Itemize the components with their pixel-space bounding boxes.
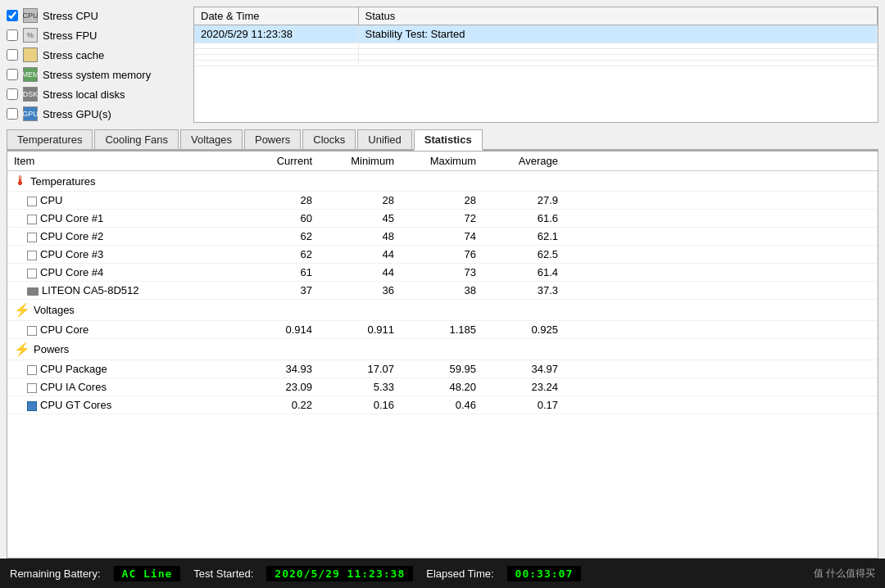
row-extra bbox=[565, 321, 878, 339]
stress-checkbox-gpu[interactable] bbox=[7, 108, 18, 120]
stress-icon-disk: DSK bbox=[23, 87, 38, 102]
row-maximum: 74 bbox=[401, 228, 483, 246]
stress-item-disk: DSKStress local disks bbox=[7, 85, 187, 103]
log-col-status: Status bbox=[358, 7, 878, 25]
section-header-cell: ⚡ Powers bbox=[7, 339, 878, 360]
stress-icon-cpu: CPU bbox=[23, 8, 38, 23]
tab-temperatures[interactable]: Temperatures bbox=[7, 129, 93, 149]
row-maximum: 59.95 bbox=[401, 360, 483, 378]
log-col-datetime: Date & Time bbox=[194, 7, 358, 25]
row-item: CPU GT Cores bbox=[7, 396, 237, 414]
log-table: Date & Time Status 2020/5/29 11:23:38Sta… bbox=[193, 7, 878, 123]
table-row: 🌡 Temperatures bbox=[7, 171, 878, 192]
row-current: 62 bbox=[237, 228, 319, 246]
table-row: ⚡ Powers bbox=[7, 339, 878, 360]
row-average: 34.97 bbox=[483, 360, 565, 378]
row-current: 0.914 bbox=[237, 321, 319, 339]
data-table-scroll[interactable]: Item Current Minimum Maximum Average 🌡 T… bbox=[7, 152, 878, 558]
battery-label: Remaining Battery: bbox=[10, 568, 101, 580]
tab-cooling-fans[interactable]: Cooling Fans bbox=[94, 129, 179, 149]
stress-item-fpu: %Stress FPU bbox=[7, 26, 187, 44]
row-minimum: 17.07 bbox=[319, 360, 401, 378]
row-item: CPU Package bbox=[7, 360, 237, 378]
row-average: 23.24 bbox=[483, 378, 565, 396]
battery-value: AC Line bbox=[114, 566, 181, 581]
row-average: 62.5 bbox=[483, 246, 565, 264]
stress-item-memory: MEMStress system memory bbox=[7, 66, 187, 84]
stress-label-cache: Stress cache bbox=[43, 49, 104, 61]
main-container: CPUStress CPU%Stress FPUStress cacheMEMS… bbox=[0, 0, 885, 588]
log-row: 2020/5/29 11:23:38Stability Test: Starte… bbox=[194, 25, 878, 43]
row-extra bbox=[565, 360, 878, 378]
table-row: CPU28282827.9 bbox=[7, 192, 878, 210]
log-status bbox=[358, 55, 878, 61]
row-item: CPU bbox=[7, 192, 237, 210]
stress-checkbox-cache[interactable] bbox=[7, 49, 18, 61]
row-extra bbox=[565, 192, 878, 210]
table-row: CPU Core #160457261.6 bbox=[7, 210, 878, 228]
table-row: CPU Core #461447361.4 bbox=[7, 264, 878, 282]
row-maximum: 72 bbox=[401, 210, 483, 228]
table-row: CPU Core0.9140.9111.1850.925 bbox=[7, 321, 878, 339]
tab-powers[interactable]: Powers bbox=[244, 129, 301, 149]
stress-label-disk: Stress local disks bbox=[43, 88, 125, 101]
row-item: CPU Core bbox=[7, 321, 237, 339]
log-datetime bbox=[194, 55, 358, 61]
bottom-bar: Remaining Battery: AC Line Test Started:… bbox=[0, 559, 885, 588]
row-current: 28 bbox=[237, 192, 319, 210]
row-item: CPU IA Cores bbox=[7, 378, 237, 396]
col-average: Average bbox=[483, 152, 565, 171]
log-datetime bbox=[194, 49, 358, 55]
row-minimum: 44 bbox=[319, 264, 401, 282]
stress-checkbox-disk[interactable] bbox=[7, 88, 18, 100]
row-average: 37.3 bbox=[483, 282, 565, 300]
log-datetime bbox=[194, 43, 358, 49]
col-minimum: Minimum bbox=[319, 152, 401, 171]
row-minimum: 48 bbox=[319, 228, 401, 246]
row-current: 37 bbox=[237, 282, 319, 300]
elapsed-label: Elapsed Time: bbox=[426, 568, 493, 580]
col-item: Item bbox=[7, 152, 237, 171]
row-current: 0.22 bbox=[237, 396, 319, 414]
stress-label-fpu: Stress FPU bbox=[43, 29, 97, 42]
stress-icon-gpu: GPU bbox=[23, 106, 38, 121]
stress-checkbox-memory[interactable] bbox=[7, 69, 18, 80]
row-minimum: 0.911 bbox=[319, 321, 401, 339]
row-current: 60 bbox=[237, 210, 319, 228]
log-status bbox=[358, 43, 878, 49]
row-maximum: 38 bbox=[401, 282, 483, 300]
row-minimum: 36 bbox=[319, 282, 401, 300]
table-row: CPU IA Cores23.095.3348.2023.24 bbox=[7, 378, 878, 396]
stress-icon-memory: MEM bbox=[23, 67, 38, 82]
row-minimum: 0.16 bbox=[319, 396, 401, 414]
top-section: CPUStress CPU%Stress FPUStress cacheMEMS… bbox=[0, 0, 885, 126]
row-maximum: 48.20 bbox=[401, 378, 483, 396]
row-extra bbox=[565, 378, 878, 396]
tab-unified[interactable]: Unified bbox=[357, 129, 411, 149]
row-extra bbox=[565, 282, 878, 300]
col-extra bbox=[565, 152, 878, 171]
test-started-value: 2020/5/29 11:23:38 bbox=[266, 566, 413, 581]
tab-voltages[interactable]: Voltages bbox=[180, 129, 243, 149]
row-maximum: 0.46 bbox=[401, 396, 483, 414]
row-average: 0.925 bbox=[483, 321, 565, 339]
stress-item-cache: Stress cache bbox=[7, 46, 187, 64]
tabs-section: TemperaturesCooling FansVoltagesPowersCl… bbox=[0, 129, 885, 151]
section-header-cell: ⚡ Voltages bbox=[7, 300, 878, 321]
tab-clocks[interactable]: Clocks bbox=[302, 129, 356, 149]
row-extra bbox=[565, 264, 878, 282]
section-header-cell: 🌡 Temperatures bbox=[7, 171, 878, 192]
stress-checkbox-cpu[interactable] bbox=[7, 10, 18, 21]
tab-statistics[interactable]: Statistics bbox=[414, 129, 483, 151]
row-maximum: 73 bbox=[401, 264, 483, 282]
log-row bbox=[194, 49, 878, 55]
log-row bbox=[194, 55, 878, 61]
log-datetime bbox=[194, 61, 358, 66]
row-item: CPU Core #1 bbox=[7, 210, 237, 228]
stress-checkbox-fpu[interactable] bbox=[7, 29, 18, 41]
row-average: 61.6 bbox=[483, 210, 565, 228]
stress-label-gpu: Stress GPU(s) bbox=[43, 108, 111, 120]
row-current: 23.09 bbox=[237, 378, 319, 396]
table-row: CPU Package34.9317.0759.9534.97 bbox=[7, 360, 878, 378]
row-extra bbox=[565, 246, 878, 264]
